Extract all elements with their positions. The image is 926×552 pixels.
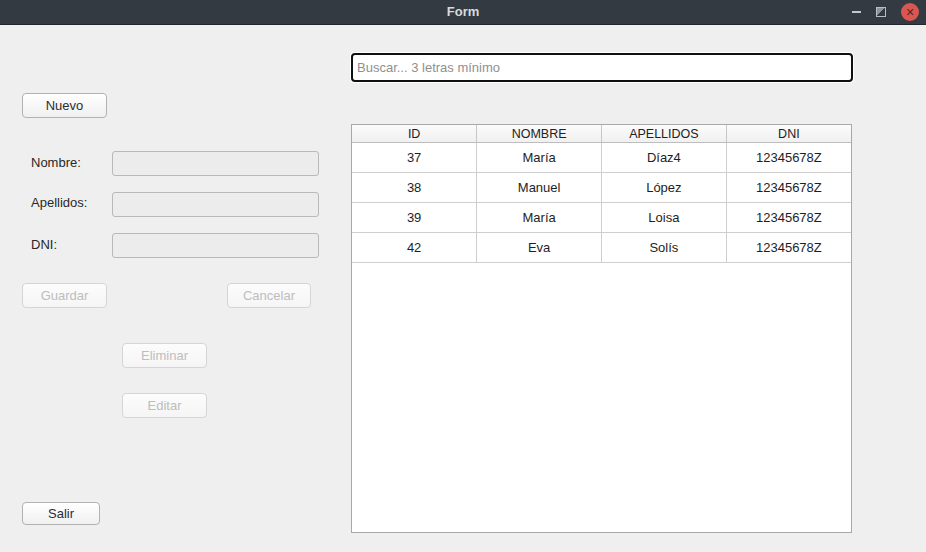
table-cell[interactable]: 12345678Z — [726, 233, 851, 263]
salir-button[interactable]: Salir — [22, 502, 100, 525]
window-title: Form — [0, 0, 926, 24]
cancelar-button[interactable]: Cancelar — [227, 283, 311, 308]
table-cell[interactable]: 39 — [352, 203, 477, 233]
apellidos-input[interactable] — [112, 192, 319, 217]
table-cell[interactable]: 42 — [352, 233, 477, 263]
table-cell[interactable]: María — [477, 203, 602, 233]
table-cell[interactable]: María — [477, 143, 602, 173]
table-row[interactable]: 38ManuelLópez12345678Z — [352, 173, 851, 203]
close-button[interactable]: ✕ — [901, 3, 919, 21]
column-header-id[interactable]: ID — [352, 125, 477, 143]
table-row[interactable]: 37MaríaDíaz412345678Z — [352, 143, 851, 173]
table-cell[interactable]: Loisa — [602, 203, 727, 233]
table-cell[interactable]: 12345678Z — [726, 143, 851, 173]
restore-icon[interactable] — [876, 7, 886, 17]
table-cell[interactable]: Eva — [477, 233, 602, 263]
guardar-button[interactable]: Guardar — [22, 283, 107, 308]
eliminar-button[interactable]: Eliminar — [122, 343, 207, 368]
column-header-nombre[interactable]: NOMBRE — [477, 125, 602, 143]
table-cell[interactable]: 12345678Z — [726, 173, 851, 203]
table-row[interactable]: 39MaríaLoisa12345678Z — [352, 203, 851, 233]
nombre-label: Nombre: — [31, 155, 81, 170]
minimize-icon[interactable] — [852, 11, 861, 13]
column-header-apellidos[interactable]: APELLIDOS — [602, 125, 727, 143]
table-cell[interactable]: 38 — [352, 173, 477, 203]
results-table: IDNOMBREAPELLIDOSDNI 37MaríaDíaz41234567… — [352, 125, 851, 263]
search-input[interactable] — [351, 53, 853, 82]
table-cell[interactable]: 12345678Z — [726, 203, 851, 233]
table-cell[interactable]: Solís — [602, 233, 727, 263]
editar-button[interactable]: Editar — [122, 393, 207, 418]
nombre-input[interactable] — [112, 151, 319, 176]
form-window: { "window": { "title": "Form", "close_gl… — [0, 0, 926, 552]
column-header-dni[interactable]: DNI — [726, 125, 851, 143]
titlebar[interactable]: Form ✕ — [0, 0, 926, 25]
window-controls: ✕ — [852, 0, 919, 24]
close-icon: ✕ — [905, 7, 914, 18]
dni-label: DNI: — [31, 237, 57, 252]
table-cell[interactable]: 37 — [352, 143, 477, 173]
results-table-container[interactable]: IDNOMBREAPELLIDOSDNI 37MaríaDíaz41234567… — [351, 124, 852, 533]
dni-input[interactable] — [112, 233, 319, 258]
table-cell[interactable]: Díaz4 — [602, 143, 727, 173]
nuevo-button[interactable]: Nuevo — [22, 93, 107, 118]
table-cell[interactable]: López — [602, 173, 727, 203]
table-header-row: IDNOMBREAPELLIDOSDNI — [352, 125, 851, 143]
table-row[interactable]: 42EvaSolís12345678Z — [352, 233, 851, 263]
apellidos-label: Apellidos: — [31, 195, 87, 210]
table-cell[interactable]: Manuel — [477, 173, 602, 203]
